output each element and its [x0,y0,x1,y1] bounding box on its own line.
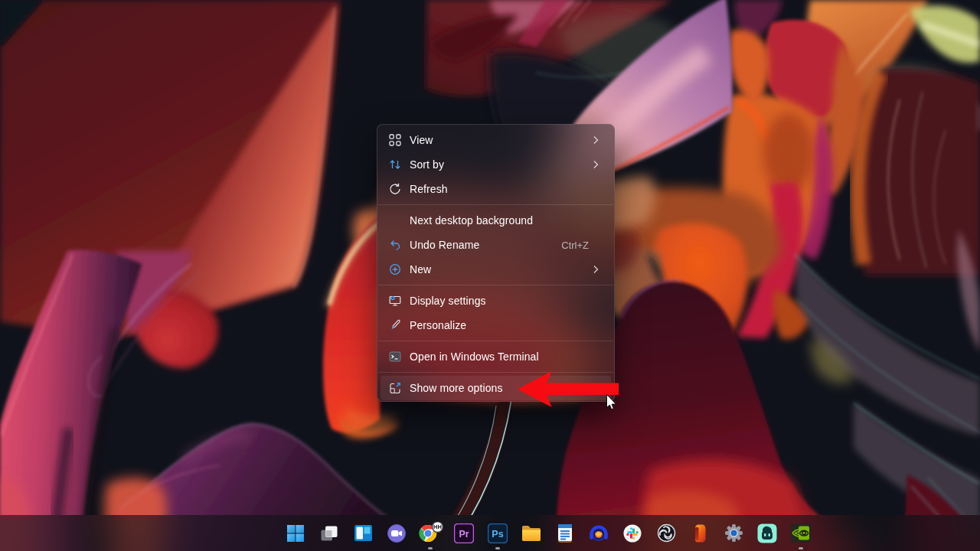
svg-text:HH: HH [433,523,442,530]
svg-text:Pr: Pr [459,528,469,539]
svg-text:Ps: Ps [492,528,503,539]
